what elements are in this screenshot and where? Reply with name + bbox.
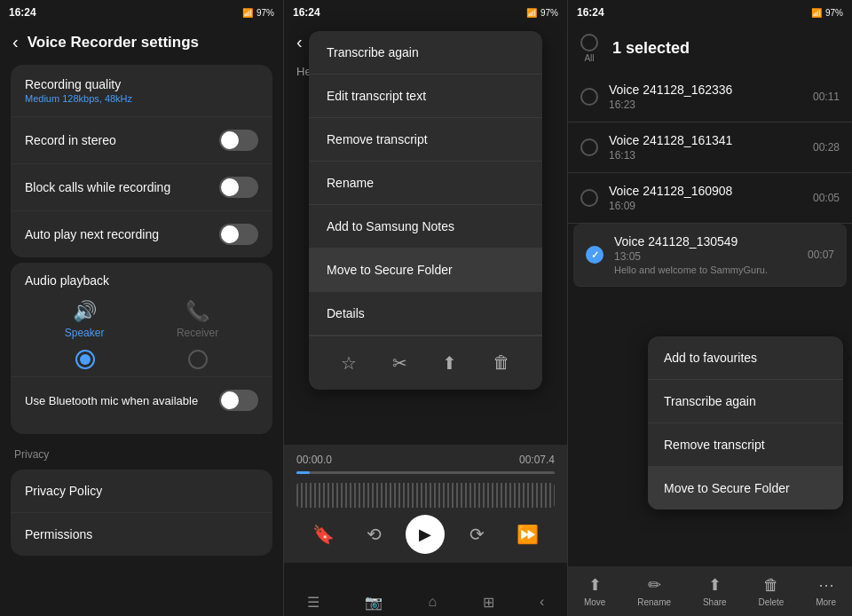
player-controls: 🔖 ⟲ ▶ ⟳ ⏩ [296, 515, 555, 554]
speaker-radio[interactable] [75, 350, 95, 369]
recordings-list: Voice 241128_162336 16:23 00:11 Voice 24… [568, 72, 852, 287]
time-right: 16:24 [577, 6, 604, 19]
back-button-left[interactable]: ‹ [12, 32, 19, 52]
recording-time-4: 13:05 [614, 250, 797, 263]
player-progress-fill [296, 471, 310, 474]
bottom-toolbar-right: ⬆ Move ✏ Rename ⬆ Share 🗑 Delete ⋯ More [568, 566, 852, 616]
recording-duration-3: 00:05 [813, 192, 840, 204]
receiver-radio[interactable] [188, 350, 208, 369]
player-progress-bar[interactable] [296, 471, 555, 474]
left-header: ‹ Voice Recorder settings [0, 25, 283, 59]
delete-icon: 🗑 [763, 576, 779, 595]
move-icon: ⬆ [588, 575, 602, 595]
menu-edit-transcript[interactable]: Edit transcript text [309, 75, 542, 118]
waveform-display [296, 483, 555, 508]
status-icons-left: 📶 97% [242, 8, 274, 18]
auto-play-toggle[interactable] [219, 224, 258, 245]
recording-item-2[interactable]: Voice 241128_161341 16:13 00:28 [568, 122, 852, 173]
right-menu-add-favourites[interactable]: Add to favourites [648, 336, 843, 380]
bluetooth-label: Use Bluetooth mic when available [25, 394, 198, 407]
share-icon: ⬆ [708, 575, 722, 595]
right-menu-move-secure-folder[interactable]: Move to Secure Folder [648, 467, 843, 509]
record-stereo-label: Record in stereo [25, 133, 116, 147]
forward-button[interactable]: ⟳ [462, 520, 492, 549]
privacy-section: Privacy Policy Permissions [11, 470, 272, 556]
move-label: Move [584, 597, 605, 607]
receiver-option[interactable]: 📞 Receiver [177, 300, 218, 339]
share-label: Share [703, 597, 727, 607]
bluetooth-toggle[interactable] [219, 390, 258, 411]
menu-details[interactable]: Details [309, 292, 542, 336]
permissions-link[interactable]: Permissions [11, 513, 272, 556]
recording-name-2: Voice 241128_161341 [609, 133, 802, 147]
cut-action-icon[interactable]: ✂ [387, 347, 413, 379]
audio-radio-row [11, 343, 272, 376]
recording-transcript-4: Hello and welcome to SammyGuru. [614, 265, 797, 275]
recording-item-1[interactable]: Voice 241128_162336 16:23 00:11 [568, 72, 852, 122]
delete-action-icon[interactable]: 🗑 [487, 347, 516, 379]
menu-rename[interactable]: Rename [309, 162, 542, 205]
status-icons-right: 📶 97% [811, 8, 843, 18]
nav-apps-icon[interactable]: ⊞ [483, 594, 494, 611]
recording-item-4[interactable]: Voice 241128_130549 13:05 Hello and welc… [573, 224, 847, 287]
rewind-button[interactable]: ⟲ [359, 520, 389, 549]
speaker-option[interactable]: 🔊 Speaker [65, 300, 105, 339]
receiver-label: Receiver [177, 327, 218, 339]
right-menu-transcribe-again[interactable]: Transcribe again [648, 380, 843, 423]
recording-quality-label: Recording quality [25, 77, 132, 91]
more-toolbar-button[interactable]: ⋯ More [816, 575, 836, 607]
play-button[interactable]: ▶ [406, 515, 445, 554]
recording-radio-4[interactable] [586, 246, 604, 264]
back-button-mid[interactable]: ‹ [296, 32, 303, 52]
dropdown-action-bar: ☆ ✂ ⬆ 🗑 [309, 336, 542, 390]
recording-info-1: Voice 241128_162336 16:23 [609, 83, 802, 111]
nav-home-icon[interactable]: ⌂ [428, 594, 437, 610]
recording-quality-item[interactable]: Recording quality Medium 128kbps, 48kHz [11, 65, 272, 117]
speaker-label: Speaker [65, 327, 105, 339]
menu-move-secure-folder[interactable]: Move to Secure Folder [309, 249, 542, 292]
auto-play-label: Auto play next recording [25, 227, 159, 241]
recording-info-4: Voice 241128_130549 13:05 Hello and welc… [614, 234, 797, 275]
menu-add-samsung-notes[interactable]: Add to Samsung Notes [309, 205, 542, 249]
recording-time-3: 16:09 [609, 200, 802, 212]
nav-menu-icon[interactable]: ☰ [307, 594, 320, 611]
all-radio-circle [580, 34, 598, 51]
all-radio-container[interactable]: All [580, 34, 598, 63]
recording-radio-2[interactable] [580, 138, 598, 156]
rename-toolbar-button[interactable]: ✏ Rename [637, 575, 671, 607]
recording-name-4: Voice 241128_130549 [614, 234, 797, 249]
nav-back-icon[interactable]: ‹ [540, 594, 544, 610]
move-button[interactable]: ⬆ Move [584, 575, 605, 607]
recording-name-1: Voice 241128_162336 [609, 83, 802, 97]
star-action-icon[interactable]: ☆ [335, 347, 362, 379]
time-mid: 16:24 [293, 6, 320, 19]
recording-radio-3[interactable] [580, 189, 598, 207]
block-calls-toggle[interactable] [219, 177, 258, 198]
rename-label: Rename [637, 597, 671, 607]
record-stereo-toggle[interactable] [219, 130, 258, 151]
nav-camera-icon[interactable]: 📷 [365, 594, 383, 611]
recording-item-3[interactable]: Voice 241128_160908 16:09 00:05 [568, 173, 852, 224]
menu-remove-transcript[interactable]: Remove transcript [309, 118, 542, 162]
more-icon: ⋯ [818, 575, 834, 595]
bookmark-button[interactable]: 🔖 [305, 520, 342, 549]
rename-icon: ✏ [648, 575, 661, 595]
more-label: More [816, 597, 836, 607]
auto-play-item: Auto play next recording [11, 211, 272, 257]
recording-duration-2: 00:28 [813, 141, 840, 154]
mid-panel: 16:24 📶 97% ‹ Voice 24 Hello and welcome… [284, 0, 568, 616]
speed-button[interactable]: ⏩ [509, 520, 546, 549]
recording-time-2: 16:13 [609, 149, 802, 162]
share-toolbar-button[interactable]: ⬆ Share [703, 575, 727, 607]
time-left: 16:24 [9, 6, 36, 19]
menu-transcribe-again[interactable]: Transcribe again [309, 31, 542, 75]
share-action-icon[interactable]: ⬆ [437, 347, 462, 379]
right-menu-remove-transcript[interactable]: Remove transcript [648, 423, 843, 467]
privacy-section-label: Privacy [0, 439, 283, 464]
block-calls-label: Block calls while recording [25, 180, 170, 194]
privacy-policy-link[interactable]: Privacy Policy [11, 470, 272, 513]
status-bar-right: 16:24 📶 97% [568, 0, 852, 25]
status-icons-mid: 📶 97% [526, 8, 558, 18]
delete-toolbar-button[interactable]: 🗑 Delete [758, 576, 784, 607]
recording-radio-1[interactable] [580, 88, 598, 106]
